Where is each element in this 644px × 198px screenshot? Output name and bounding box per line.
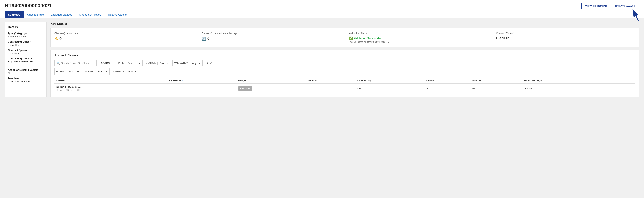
badge-required: Required [238,86,252,90]
filter-source: SOURCE | Any [144,60,171,66]
filter-funnel-icon: ▼ [206,62,209,64]
header-actions: VIEW DOCUMENT CREATE AWARD [582,3,640,9]
key-details-title: Key Details [50,22,640,26]
filter-fillins: FILL-INS | Any [83,68,110,75]
filter-editable-divider: | [126,70,126,73]
validation-date: Last Validated on Oct 29, 2021 4:10 PM [349,41,488,44]
search-button[interactable]: SEARCH [98,60,114,66]
nav-tabs: Summary Questionnaire Excluded Clauses C… [4,11,640,18]
td-added-through: FAR Matrix [522,84,607,93]
filter-row-2: USAGE | Any FILL-INS | Any [54,68,636,75]
filter-usage-divider: | [66,70,66,73]
filter-editable: EDITABLE | Any [111,68,139,75]
td-usage: Required [236,84,306,93]
td-included-by: IBR [355,84,424,93]
kd-number-incomplete: 0 [60,36,62,41]
filter-fillins-divider: | [96,70,96,73]
kd-label-sync: Clause(s) updated since last sync [202,32,341,35]
tab-clause-set-history[interactable]: Clause Set History [76,11,104,18]
tab-summary[interactable]: Summary [4,11,24,18]
th-added-through: Added Through [522,78,607,84]
success-icon: ✅ [349,36,353,40]
filter-usage-label: USAGE [56,70,65,73]
kd-label-contract-type: Contract Type(s) [496,32,636,35]
warning-icon: ⚠ [54,36,58,41]
th-section: Section [306,78,355,84]
filter-usage-select[interactable]: Any [68,70,80,73]
tab-excluded-clauses[interactable]: Excluded Clauses [47,11,76,18]
search-wrapper: 🔍 [54,60,96,66]
sidebar-label-type: Type (Category) [8,32,44,35]
td-section: I [306,84,355,93]
th-fillins: Fill-ins [424,78,470,84]
sidebar: Details Type (Category) Solicitation (Ne… [4,22,47,97]
validation-success: ✅ Validation Successful [349,36,488,40]
filter-fillins-label: FILL-INS [84,70,94,73]
filter-funnel-symbol: ⧩ [210,62,212,65]
filter-type-divider: | [125,62,126,64]
filter-icon-button[interactable]: ▼ ⧩ [204,60,214,66]
filter-source-select[interactable]: Any [159,62,169,65]
main-content: Details Type (Category) Solicitation (Ne… [0,18,644,101]
clause-table-header-row: Clause Validation ↑ Usage Section Includ… [54,78,636,84]
view-document-button[interactable]: VIEW DOCUMENT [582,3,611,9]
sidebar-value-action-vehicle: No [8,72,44,74]
filter-validation: VALIDATION | Any [172,60,203,66]
td-validation [167,84,236,93]
kd-label-validation-status: Validation Status [349,32,488,35]
filter-row-1: 🔍 SEARCH TYPE | Any SOURCE [54,60,636,66]
th-clause: Clause [54,78,167,84]
clause-table-head: Clause Validation ↑ Usage Section Includ… [54,78,636,84]
td-row-actions[interactable]: ⋮ [608,84,636,93]
kd-card-validation: Validation Status ✅ Validation Successfu… [345,28,492,47]
filter-usage: USAGE | Any [54,68,81,75]
tab-related-actions[interactable]: Related Actions [104,11,130,18]
td-clause-name: 52.202-1 | Definitions. Clause • FAR • J… [54,84,167,93]
validation-success-text: Validation Successful [354,37,382,40]
filter-source-divider: | [157,62,158,64]
create-award-button[interactable]: CREATE AWARD [611,3,640,9]
filter-type-label: TYPE [118,62,124,64]
kd-card-incomplete: Clause(s) Incomplete ⚠ 0 [51,28,198,47]
th-usage: Usage [236,78,306,84]
sidebar-value-contracting-officer: Brian Chen [8,44,44,46]
kd-label-incomplete: Clause(s) Incomplete [54,32,194,35]
filter-fillins-select[interactable]: Any [97,70,108,73]
applied-clauses-title: Applied Clauses [54,54,636,57]
kd-value-incomplete: ⚠ 0 [54,36,194,41]
filter-editable-label: EDITABLE [113,70,125,73]
sidebar-value-contract-specialist: Anthony Hill [8,52,44,55]
more-options-icon[interactable]: ⋮ [610,86,613,90]
header: HT94020000000021 VIEW DOCUMENT CREATE AW… [0,0,644,18]
page-wrapper: HT94020000000021 VIEW DOCUMENT CREATE AW… [0,0,644,198]
clause-table-body: 52.202-1 | Definitions. Clause • FAR • J… [54,84,636,93]
kd-card-contract-type: Contract Type(s) CR SUP [492,28,639,47]
clause-meta: Clause • FAR • Jun 2020 [56,89,165,91]
filter-validation-label: VALIDATION [174,62,188,64]
filter-validation-divider: | [190,62,190,64]
search-input[interactable] [61,62,92,64]
td-fillins: No [424,84,470,93]
filter-type-select[interactable]: Any [127,62,141,65]
clause-id: 52.202-1 | Definitions. [56,86,165,88]
sidebar-title: Details [8,26,44,29]
kd-value-contract-type: CR SUP [496,36,636,40]
th-validation[interactable]: Validation ↑ [167,78,236,84]
filter-source-label: SOURCE [146,62,156,64]
filter-type: TYPE | Any [116,60,143,66]
create-award-area: CREATE AWARD [611,3,640,9]
sidebar-value-template: Cost-reimbursement [8,80,44,83]
doc-title: HT94020000000021 [4,3,52,9]
key-details-section: Key Details Clause(s) Incomplete ⚠ 0 Cla… [50,22,640,47]
sidebar-label-contract-specialist: Contract Specialist [8,49,44,52]
sort-arrow-validation: ↑ [182,79,183,82]
sync-icon: 🔄 [202,36,206,41]
kd-number-sync: 0 [208,36,210,41]
kd-card-sync: Clause(s) updated since last sync 🔄 0 [198,28,345,47]
applied-clauses-section: Applied Clauses 🔍 SEARCH TYPE | Any [50,50,640,97]
filter-validation-select[interactable]: Any [192,62,201,65]
table-row: 52.202-1 | Definitions. Clause • FAR • J… [54,84,636,93]
sidebar-label-cor: Contracting Officer's Representative (CO… [8,57,44,63]
filter-editable-select[interactable]: Any [128,70,137,73]
tab-questionnaire[interactable]: Questionnaire [24,11,47,18]
